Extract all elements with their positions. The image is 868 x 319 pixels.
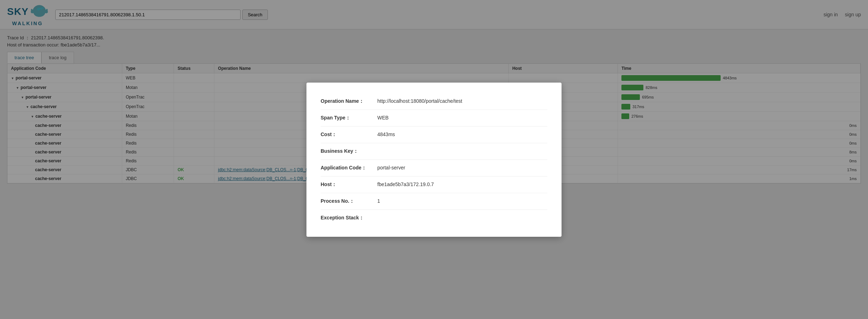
modal-field-value: fbe1ade5b7a3/172.19.0.7 bbox=[377, 181, 434, 187]
modal-field-row: Operation Name： http://localhost:18080/p… bbox=[321, 93, 547, 110]
modal-field-label: Host： bbox=[321, 181, 377, 188]
modal-field-row: Host： fbe1ade5b7a3/172.19.0.7 bbox=[321, 177, 547, 193]
modal-field-label: Exception Stack： bbox=[321, 215, 377, 221]
modal-field-value: portal-server bbox=[377, 165, 405, 170]
modal-field-row: Process No.： 1 bbox=[321, 193, 547, 210]
modal-field-row: Span Type： WEB bbox=[321, 110, 547, 127]
modal-field-value: WEB bbox=[377, 115, 389, 121]
modal-field-row: Business Key： bbox=[321, 143, 547, 160]
modal-field-label: Business Key： bbox=[321, 148, 377, 155]
modal-field-label: Span Type： bbox=[321, 115, 377, 121]
modal-field-label: Application Code： bbox=[321, 165, 377, 171]
modal-field-value: 1 bbox=[377, 198, 380, 204]
modal: Operation Name： http://localhost:18080/p… bbox=[306, 83, 562, 237]
modal-field-row: Exception Stack： bbox=[321, 210, 547, 226]
modal-field-row: Application Code： portal-server bbox=[321, 160, 547, 177]
modal-field-value: 4843ms bbox=[377, 131, 395, 137]
modal-field-label: Cost： bbox=[321, 131, 377, 138]
modal-field-value: http://localhost:18080/portal/cache/test bbox=[377, 98, 462, 104]
modal-field-label: Operation Name： bbox=[321, 98, 377, 105]
modal-field-row: Cost： 4843ms bbox=[321, 127, 547, 143]
modal-overlay[interactable]: Operation Name： http://localhost:18080/p… bbox=[0, 0, 868, 319]
modal-field-label: Process No.： bbox=[321, 198, 377, 205]
